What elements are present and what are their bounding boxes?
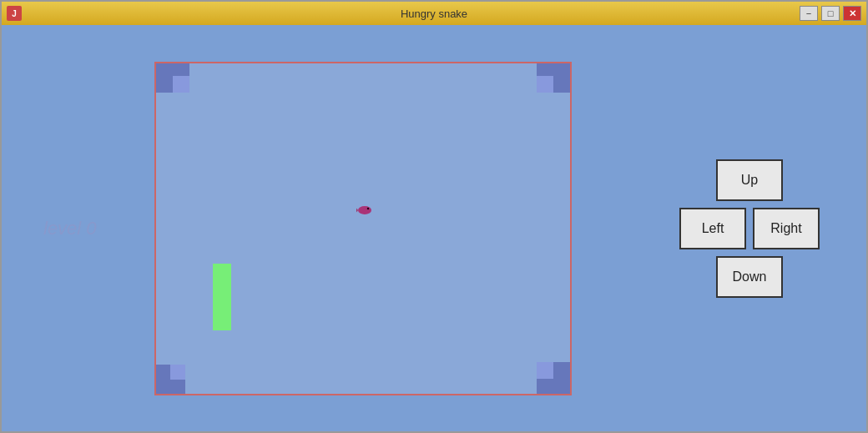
app-window: J Hungry snake − □ ✕ level 0: [0, 0, 868, 433]
game-area: level 0: [18, 42, 658, 415]
title-bar-left: J: [7, 6, 22, 21]
left-button[interactable]: Left: [679, 208, 746, 249]
minimize-button[interactable]: −: [800, 6, 818, 21]
right-button[interactable]: Right: [753, 208, 820, 249]
down-row: Down: [716, 256, 783, 298]
window-controls: − □ ✕: [800, 6, 861, 21]
corner-top-right: [537, 63, 570, 93]
direction-controls: Up Left Right Down: [658, 159, 841, 298]
title-bar: J Hungry snake − □ ✕: [2, 2, 866, 25]
game-board: [154, 62, 572, 395]
middle-row: Left Right: [679, 208, 820, 249]
content-area: level 0: [2, 25, 866, 431]
down-button[interactable]: Down: [716, 256, 783, 298]
food-item: [213, 264, 231, 330]
corner-bottom-right: [537, 362, 570, 394]
snake-head: [356, 204, 373, 217]
svg-marker-1: [356, 206, 358, 214]
window-title: Hungry snake: [401, 8, 467, 20]
level-display: level 0: [43, 218, 97, 239]
corner-bottom-left: [156, 365, 185, 394]
app-icon: J: [7, 6, 22, 21]
svg-point-2: [367, 207, 369, 209]
up-button[interactable]: Up: [716, 159, 783, 201]
svg-point-0: [358, 206, 371, 214]
up-row: Up: [716, 159, 783, 201]
corner-top-left: [156, 63, 189, 93]
maximize-button[interactable]: □: [821, 6, 840, 21]
close-button[interactable]: ✕: [843, 6, 861, 21]
